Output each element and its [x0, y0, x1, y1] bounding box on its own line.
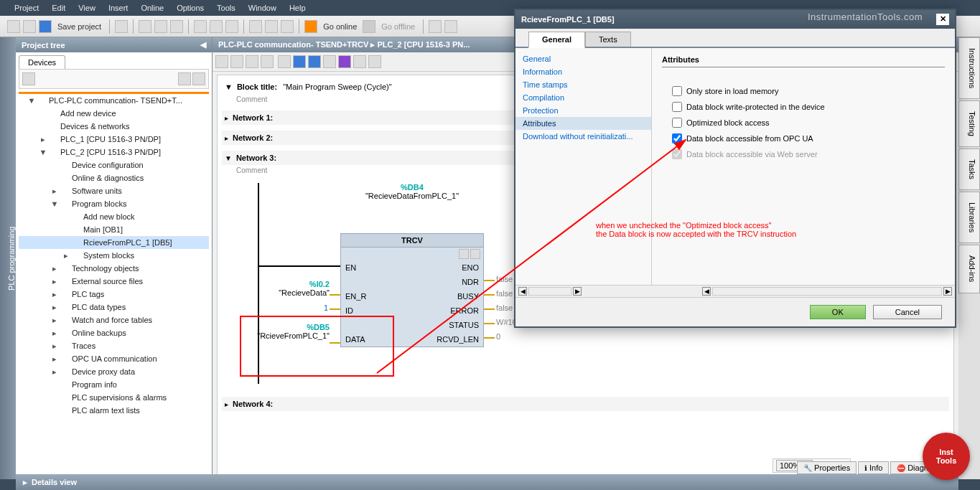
- tree-filter-icon[interactable]: [22, 72, 35, 85]
- block-title-value[interactable]: "Main Program Sweep (Cycle)": [283, 83, 391, 91]
- ed-icon-9[interactable]: [338, 55, 351, 68]
- check-load-memory[interactable]: Only store in load memory: [672, 86, 945, 96]
- devices-tab[interactable]: Devices: [19, 55, 65, 69]
- nav-protection[interactable]: Protection: [515, 104, 651, 117]
- ed-icon-1[interactable]: [215, 55, 228, 68]
- content-scroll-right[interactable]: ▶: [943, 287, 952, 296]
- net1-expand[interactable]: ▸: [225, 114, 228, 122]
- nav-compilation[interactable]: Compilation: [515, 91, 651, 104]
- vtab-libraries[interactable]: Libraries: [958, 192, 980, 243]
- nav-attributes[interactable]: Attributes: [515, 117, 651, 130]
- undo-icon[interactable]: [210, 20, 223, 33]
- new-icon[interactable]: [7, 20, 20, 33]
- tree-item[interactable]: PLC supervisions & alarms: [19, 391, 209, 404]
- nav-scroll-right[interactable]: ▶: [573, 287, 582, 296]
- status-properties[interactable]: 🔧 Properties: [797, 461, 857, 474]
- menu-help[interactable]: Help: [289, 4, 306, 12]
- tree-view1-icon[interactable]: [178, 72, 191, 85]
- net3-expand[interactable]: ▼: [225, 154, 232, 162]
- tree-collapse-icon[interactable]: ◀: [200, 40, 206, 50]
- save-project-label[interactable]: Save project: [55, 22, 104, 31]
- tree-item[interactable]: Add new block: [19, 210, 209, 223]
- tree-item[interactable]: Program info: [19, 378, 209, 391]
- paste-icon[interactable]: [170, 20, 183, 33]
- tree-view2-icon[interactable]: [192, 72, 205, 85]
- tree-item[interactable]: Device configuration: [19, 159, 209, 171]
- tree-item[interactable]: ▸Traces: [19, 339, 209, 352]
- tree-item[interactable]: Devices & networks: [19, 120, 209, 133]
- project-tree[interactable]: ▼PLC-PLC communcation- TSEND+T...Add new…: [19, 92, 209, 479]
- tree-item[interactable]: ▸Software units: [19, 184, 209, 197]
- status-info[interactable]: ℹ Info: [858, 461, 889, 474]
- check-opcua[interactable]: Data block accessible from OPC UA: [672, 133, 945, 143]
- menu-edit[interactable]: Edit: [52, 4, 65, 12]
- copy-icon[interactable]: [154, 20, 167, 33]
- tree-item[interactable]: ▼PLC-PLC communcation- TSEND+T...: [19, 94, 209, 107]
- ed-icon-6[interactable]: [293, 55, 306, 68]
- nav-timestamps[interactable]: Time stamps: [515, 78, 651, 91]
- delete-icon[interactable]: [194, 20, 207, 33]
- ed-icon-10[interactable]: [353, 55, 366, 68]
- trcv-config-icon[interactable]: [470, 249, 480, 259]
- details-view-bar[interactable]: ▸Details view: [16, 474, 958, 490]
- chk-optimized[interactable]: [672, 118, 682, 128]
- nav-scroll-left[interactable]: ◀: [518, 287, 527, 296]
- tree-item[interactable]: PLC alarm text lists: [19, 404, 209, 417]
- chk-load-memory[interactable]: [672, 86, 682, 96]
- menu-view[interactable]: View: [78, 4, 95, 12]
- trcv-help-icon[interactable]: [459, 249, 469, 259]
- tree-item[interactable]: ▸Device proxy data: [19, 365, 209, 378]
- net2-expand[interactable]: ▸: [225, 134, 228, 142]
- vtab-addins[interactable]: Add-ins: [958, 245, 980, 293]
- tree-item[interactable]: ▸Technology objects: [19, 262, 209, 275]
- redo-icon[interactable]: [225, 20, 238, 33]
- ed-icon-8[interactable]: [323, 55, 336, 68]
- download-icon[interactable]: [249, 20, 262, 33]
- tree-item[interactable]: Online & diagnostics: [19, 171, 209, 184]
- tab-general[interactable]: General: [528, 32, 585, 48]
- save-icon[interactable]: [39, 20, 52, 33]
- vtab-instructions[interactable]: Instructions: [958, 37, 980, 99]
- go-online-label[interactable]: Go online: [320, 22, 360, 31]
- nav-general[interactable]: General: [515, 52, 651, 65]
- plc-programming-vtab[interactable]: PLC programming: [0, 37, 16, 479]
- tree-item[interactable]: Main [OB1]: [19, 223, 209, 236]
- menu-insert[interactable]: Insert: [108, 4, 129, 12]
- tree-item[interactable]: ▸PLC data types: [19, 301, 209, 314]
- ed-icon-4[interactable]: [261, 55, 274, 68]
- ed-icon-2[interactable]: [230, 55, 243, 68]
- tool-icon[interactable]: [429, 20, 442, 33]
- print-icon[interactable]: [115, 20, 128, 33]
- ed-icon-7[interactable]: [308, 55, 321, 68]
- cut-icon[interactable]: [139, 20, 151, 33]
- upload-icon[interactable]: [265, 20, 278, 33]
- menu-window[interactable]: Window: [248, 4, 276, 12]
- tree-item[interactable]: Add new device: [19, 107, 209, 120]
- chk-write-protected[interactable]: [672, 102, 682, 112]
- open-icon[interactable]: [23, 20, 36, 33]
- tree-item[interactable]: ▸External source files: [19, 275, 209, 288]
- tree-item[interactable]: ▸OPC UA communication: [19, 352, 209, 365]
- tab-texts[interactable]: Texts: [585, 32, 631, 47]
- tree-item[interactable]: RcieveFromPLC_1 [DB5]: [19, 236, 209, 249]
- tree-item[interactable]: ▸System blocks: [19, 249, 209, 262]
- check-optimized[interactable]: Optimized block access: [672, 118, 945, 128]
- go-offline-icon[interactable]: [363, 20, 375, 33]
- menu-project[interactable]: Project: [14, 4, 39, 12]
- net4-expand[interactable]: ▸: [225, 400, 228, 408]
- menu-tools[interactable]: Tools: [217, 4, 235, 12]
- ed-icon-3[interactable]: [246, 55, 258, 68]
- block-title-expand[interactable]: ▼: [225, 83, 233, 91]
- check-write-protected[interactable]: Data block write-protected in the device: [672, 102, 945, 112]
- tree-item[interactable]: ▼Program blocks: [19, 197, 209, 210]
- go-online-icon[interactable]: [304, 20, 317, 33]
- tree-item[interactable]: ▸PLC_1 [CPU 1516-3 PN/DP]: [19, 133, 209, 146]
- compile-icon[interactable]: [281, 20, 294, 33]
- content-scroll-left[interactable]: ◀: [702, 287, 711, 296]
- ok-button[interactable]: OK: [810, 305, 866, 319]
- vtab-tasks[interactable]: Tasks: [958, 149, 980, 190]
- menu-options[interactable]: Options: [177, 4, 204, 12]
- ed-icon-5[interactable]: [278, 55, 291, 68]
- dialog-close-button[interactable]: ✕: [936, 14, 949, 25]
- chk-opcua[interactable]: [672, 133, 682, 143]
